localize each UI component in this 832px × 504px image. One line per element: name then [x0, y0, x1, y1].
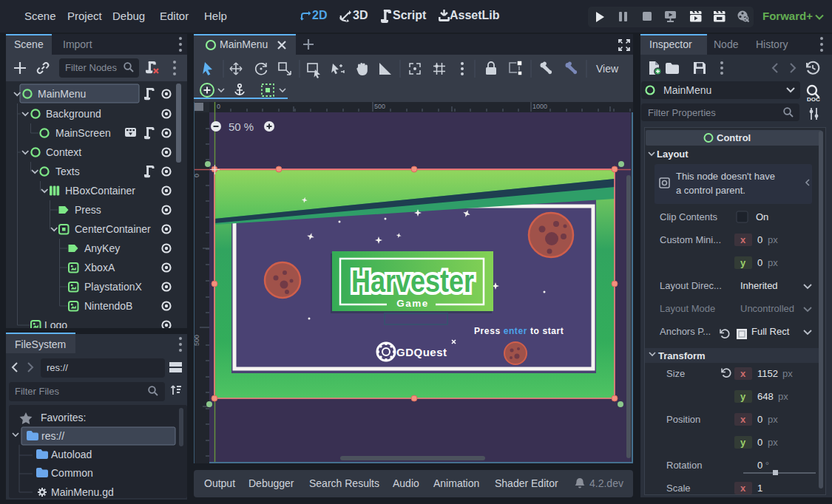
svg-text:Game: Game: [396, 298, 429, 309]
svg-text:0: 0: [217, 103, 220, 110]
svg-text:y: y: [740, 391, 746, 402]
svg-text:y: y: [740, 257, 746, 268]
svg-text:x: x: [740, 234, 746, 245]
svg-text:y: y: [740, 437, 746, 448]
svg-text:DOC: DOC: [807, 96, 820, 103]
svg-text:Harvester: Harvester: [351, 264, 474, 299]
svg-text:x: x: [740, 414, 746, 425]
svg-text:GDQuest: GDQuest: [396, 346, 447, 358]
svg-text:50 %: 50 %: [229, 120, 254, 133]
svg-text:500: 500: [374, 103, 385, 110]
svg-text:1000: 1000: [532, 103, 547, 110]
svg-text:x: x: [740, 368, 746, 379]
svg-text:x: x: [740, 483, 746, 494]
svg-text:Press enter to start: Press enter to start: [474, 326, 564, 336]
